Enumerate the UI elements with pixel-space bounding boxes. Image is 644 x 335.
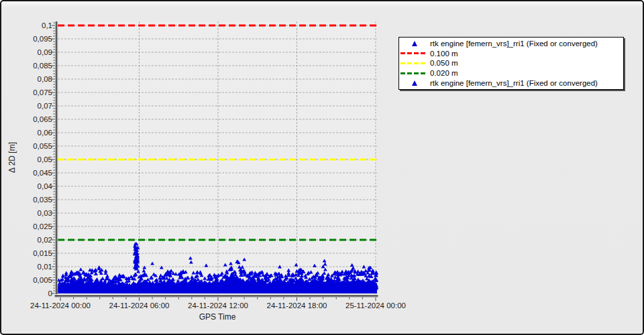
x-tick-label: 24-11-2024 06:00 — [109, 302, 170, 310]
y-tick-label: 0,005 — [33, 276, 52, 284]
legend-box[interactable]: rtk engine [femern_vrs]_rri1 (Fixed or c… — [398, 37, 624, 90]
legend-row: 0.050 m — [399, 58, 623, 68]
x-axis-title: GPS Time — [199, 312, 236, 322]
triangle-marker-icon — [399, 80, 430, 86]
x-tick-label: 24-11-2024 00:00 — [30, 302, 91, 310]
y-tick-label: 0,08 — [38, 75, 52, 83]
legend-label: rtk engine [femern_vrs]_rri1 (Fixed or c… — [430, 79, 598, 87]
x-axis-line — [55, 297, 378, 297]
y-tick-label: 0,06 — [38, 129, 52, 137]
legend-label: 0.050 m — [430, 59, 458, 67]
y-axis-line — [57, 21, 58, 297]
dashed-line-icon — [399, 52, 430, 54]
y-tick-label: 0,01 — [38, 263, 52, 271]
dashed-line-icon — [399, 62, 430, 64]
y-tick-label: 0,085 — [33, 62, 52, 70]
y-tick-label: 0,035 — [33, 196, 52, 204]
y-tick-label: 0,09 — [38, 48, 52, 56]
legend-label: 0.020 m — [430, 69, 458, 77]
dashed-line-icon — [399, 72, 430, 74]
y-tick-label: 0,065 — [33, 115, 52, 123]
x-tick-label: 25-11-2024 00:00 — [345, 302, 406, 310]
legend-row: 0.020 m — [399, 68, 623, 78]
y-tick-label: 0,075 — [33, 88, 52, 96]
y-axis-title: Δ 2D [m] — [7, 142, 17, 173]
legend-row: rtk engine [femern_vrs]_rri1 (Fixed or c… — [399, 39, 623, 49]
y-tick-label: 0,015 — [33, 249, 52, 257]
y-tick-label: 0,04 — [38, 182, 53, 190]
y-tick-label: 0 — [48, 289, 52, 297]
x-axis-line — [55, 295, 378, 297]
y-tick-label: 0,03 — [38, 209, 52, 217]
legend-row: rtk engine [femern_vrs]_rri1 (Fixed or c… — [399, 78, 623, 88]
x-axis-line — [55, 294, 378, 295]
y-tick-label: 0,095 — [33, 35, 52, 43]
x-tick-label: 24-11-2024 12:00 — [188, 302, 248, 310]
y-tick-label: 0,055 — [33, 142, 52, 150]
legend-label: 0.100 m — [430, 50, 458, 58]
legend-row: 0.100 m — [399, 49, 623, 59]
y-tick-label: 0,045 — [33, 169, 52, 177]
x-tick-label: 24-11-2024 18:00 — [267, 302, 327, 310]
y-tick-label: 0,02 — [38, 236, 52, 244]
y-tick-label: 0,1 — [42, 21, 52, 29]
y-axis-line — [56, 21, 58, 297]
y-tick-label: 0,025 — [33, 222, 52, 230]
y-tick-label: 0,07 — [38, 102, 52, 110]
triangle-marker-icon — [399, 41, 430, 46]
y-tick-label: 0,05 — [38, 155, 52, 163]
chart-window: 25-11-2024 00:0024-11-2024 18:0024-11-20… — [0, 0, 644, 335]
legend-label: rtk engine [femern_vrs]_rri1 (Fixed or c… — [430, 40, 598, 48]
